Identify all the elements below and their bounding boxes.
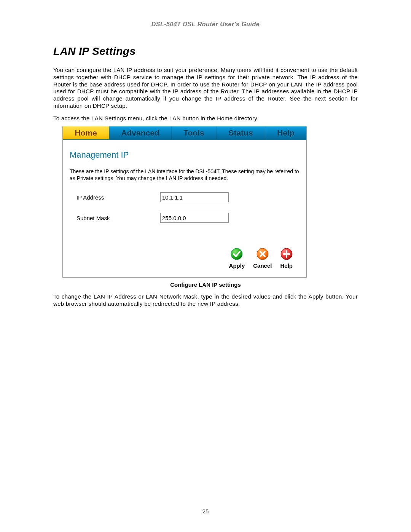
label-subnet-mask: Subnet Mask bbox=[70, 215, 160, 221]
tab-advanced[interactable]: Advanced bbox=[109, 126, 172, 139]
svg-point-0 bbox=[231, 248, 242, 260]
router-ui-panel: Home Advanced Tools Status Help Manageme… bbox=[62, 126, 307, 278]
tab-help[interactable]: Help bbox=[265, 126, 306, 139]
cancel-button[interactable]: Cancel bbox=[253, 248, 272, 269]
cancel-button-label: Cancel bbox=[253, 262, 272, 269]
input-ip-address[interactable] bbox=[160, 192, 229, 202]
help-button[interactable]: Help bbox=[280, 248, 293, 269]
close-icon bbox=[256, 248, 269, 262]
paragraph-instructions: To change the LAN IP Address or LAN Netw… bbox=[53, 293, 358, 308]
input-subnet-mask[interactable] bbox=[160, 213, 229, 223]
row-ip-address: IP Address bbox=[70, 192, 299, 202]
button-row: Apply bbox=[70, 233, 299, 270]
tab-bar: Home Advanced Tools Status Help bbox=[63, 126, 306, 140]
apply-button-label: Apply bbox=[229, 262, 245, 269]
page-number: 25 bbox=[0, 508, 411, 514]
plus-icon bbox=[280, 248, 293, 262]
figure-caption: Configure LAN IP settings bbox=[53, 281, 358, 288]
tab-status[interactable]: Status bbox=[217, 126, 265, 139]
paragraph-intro: You can configure the LAN IP address to … bbox=[53, 67, 358, 110]
row-subnet-mask: Subnet Mask bbox=[70, 213, 299, 223]
panel-description: These are the IP settings of the LAN int… bbox=[70, 168, 299, 182]
doc-header: DSL-504T DSL Router User's Guide bbox=[53, 21, 358, 28]
help-button-label: Help bbox=[280, 262, 293, 269]
apply-button[interactable]: Apply bbox=[229, 248, 245, 269]
tab-home[interactable]: Home bbox=[63, 126, 109, 139]
tab-tools[interactable]: Tools bbox=[172, 126, 217, 139]
label-ip-address: IP Address bbox=[70, 194, 160, 201]
paragraph-access: To access the LAN Settings menu, click t… bbox=[53, 115, 358, 122]
check-icon bbox=[231, 248, 243, 262]
panel-heading: Management IP bbox=[70, 150, 299, 160]
section-title: LAN IP Settings bbox=[53, 45, 358, 58]
